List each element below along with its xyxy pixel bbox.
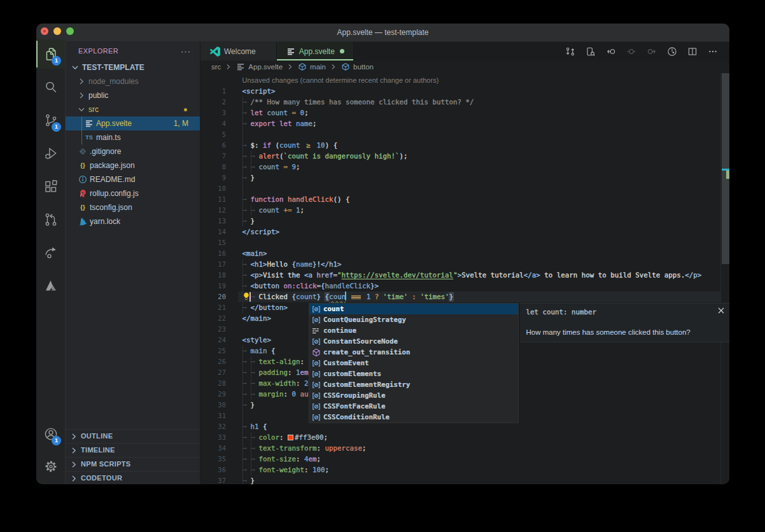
breadcrumb-item-main[interactable]: main (298, 62, 326, 71)
views-more-actions-icon[interactable]: ··· (181, 46, 191, 56)
triple-equals-ligature (350, 291, 363, 302)
close-icon[interactable] (717, 307, 725, 314)
line-number: 32 (200, 421, 226, 432)
suggestion-docs-panel: let count: number How many times has som… (519, 303, 730, 342)
code-line-17: 17⟶<h1>Hello {name}!</h1> (200, 259, 720, 270)
code-token: <main> (242, 249, 267, 258)
activity-bar-item-azure[interactable] (36, 271, 65, 300)
whitespace-tab-arrow: ⟶ (251, 454, 255, 465)
activity-bar-item-search[interactable] (36, 73, 65, 102)
git-compare-icon (565, 46, 575, 57)
code-token: Clicked (259, 293, 292, 301)
code-token: { (267, 347, 276, 355)
tree-item-App-svelte[interactable]: App.svelte1, M (66, 116, 200, 130)
whitespace-tab-arrow: ⟶ (251, 432, 255, 443)
sidebar-section-timeline[interactable]: TIMELINE (66, 443, 200, 457)
suggestion-CSSConditionRule[interactable]: CSSConditionRule (309, 412, 518, 423)
editor-action-file-history[interactable] (662, 42, 682, 60)
suggestion-CSSGroupingRule[interactable]: CSSGroupingRule (309, 390, 518, 401)
tree-item-tsconfig-json[interactable]: {}tsconfig.json (66, 200, 200, 214)
tree-item-README-md[interactable]: README.md (66, 172, 200, 186)
whitespace-tab-arrow: ⟶ (251, 205, 255, 216)
line-number: 13 (200, 216, 226, 227)
editor-action-open-changes[interactable] (560, 42, 580, 60)
tree-item-src[interactable]: src (66, 102, 200, 116)
code-token: : (279, 433, 288, 442)
color-swatch[interactable] (288, 435, 293, 440)
activity-bar-item-run-and-debug[interactable] (36, 139, 65, 168)
whitespace-tab-arrow: ⟶ (243, 216, 246, 227)
code-action-lightbulb-icon[interactable] (243, 292, 249, 301)
overview-modified-marker (726, 171, 729, 179)
editor-action-open-changes-with-working-file[interactable] (621, 42, 642, 60)
code-token: color (259, 433, 280, 442)
code-token: let (251, 109, 263, 117)
suggestion-CustomEvent[interactable]: CustomEvent (309, 358, 518, 368)
suggestion-continue[interactable]: continue (309, 325, 518, 336)
suggestion-count[interactable]: count (309, 304, 518, 314)
tab-welcome[interactable]: Welcome (200, 42, 277, 60)
line-number: 7 (200, 151, 226, 162)
more-actions-icon (708, 46, 718, 57)
activity-bar-item-github-pull-requests[interactable] (36, 205, 65, 234)
code-line-19: 19⟶<button on:click={handleClick}> (200, 281, 720, 291)
whitespace-tab-arrow: ⟶ (243, 454, 246, 465)
suggestion-ConstantSourceNode[interactable]: ConstantSourceNode (309, 336, 518, 347)
editor-action-open-previous-change[interactable] (601, 42, 621, 60)
explorer-sidebar: EXPLORER ··· TEST-TEMPLATEnode_modulespu… (66, 42, 200, 484)
suggestion-CountQueuingStrategy[interactable]: CountQueuingStrategy (309, 314, 518, 325)
editor-action-split-editor[interactable] (682, 42, 703, 60)
code-token: <style> (242, 336, 272, 344)
code-token: () { (333, 195, 350, 204)
code-line-11: 11⟶function handleClick() { (200, 194, 720, 205)
breadcrumb-item-app-svelte[interactable]: App.svelte (236, 62, 283, 71)
indent-guide (242, 183, 243, 194)
code-token: Visit the (263, 271, 304, 279)
whitespace-tab-arrow: ⟶ (243, 367, 246, 378)
tree-item-main-ts[interactable]: TSmain.ts (66, 130, 200, 144)
suggestion-CSSFontFaceRule[interactable]: CSSFontFaceRule (309, 401, 518, 412)
suggestion-create_out_transition[interactable]: create_out_transition (309, 347, 518, 358)
activity-bar-item-source-control[interactable]: 1 (36, 106, 65, 135)
line-number: 18 (200, 270, 226, 281)
activity-bar-item-live-share[interactable] (36, 238, 65, 267)
activity-bar-item-explorer[interactable]: 1 (36, 39, 65, 69)
tab-app-svelte[interactable]: App.svelte (277, 42, 354, 60)
chevron-down-icon (71, 63, 80, 72)
activity-bar-item-extensions[interactable] (36, 172, 65, 201)
line-number: 19 (200, 281, 226, 291)
code-token: </button> (251, 304, 288, 312)
tree-item-public[interactable]: public (66, 88, 200, 102)
tree-item--gitignore[interactable]: .gitignore (66, 144, 200, 158)
code-token: </script> (242, 228, 280, 236)
editor-action-search-commits[interactable] (580, 42, 601, 60)
title-bar[interactable]: App.svelte — test-template (36, 24, 729, 42)
tree-item-node-modules[interactable]: node_modules (66, 74, 200, 88)
whitespace-tab-arrow: ⟶ (251, 389, 255, 400)
editor-action-more-actions[interactable] (703, 42, 723, 60)
breadcrumb[interactable]: srcApp.sveltemainbutton (200, 60, 729, 73)
code-token: Svelte tutorial (461, 271, 524, 279)
activity-bar-item-accounts[interactable]: 1 (36, 419, 65, 449)
line-number: 29 (200, 389, 226, 400)
sidebar-section-outline[interactable]: OUTLINE (66, 429, 200, 443)
breadcrumb-item-button[interactable]: button (341, 62, 374, 71)
tree-root-test-template[interactable]: TEST-TEMPLATE (66, 60, 200, 74)
code-token: </a> (524, 271, 540, 279)
tree-item-yarn-lock[interactable]: yarn.lock (66, 214, 200, 228)
code-token: : (317, 444, 325, 452)
line-number: 33 (200, 432, 226, 443)
vertical-scrollbar[interactable] (720, 73, 729, 484)
whitespace-tab-arrow: ⟶ (243, 346, 246, 356)
sidebar-section-npm-scripts[interactable]: NPM SCRIPTS (66, 457, 200, 471)
editor-action-open-next-change[interactable] (642, 42, 662, 60)
activity-bar: 111 (36, 42, 66, 484)
suggestion-customElements[interactable]: customElements (309, 368, 518, 379)
tree-item-package-json[interactable]: {}package.json (66, 158, 200, 172)
activity-bar-item-settings[interactable] (36, 452, 65, 481)
sidebar-section-codetour[interactable]: CODETOUR (66, 471, 200, 484)
tree-item-rollup-config-js[interactable]: rollup.config.js (66, 186, 200, 200)
suggestion-CustomElementRegistry[interactable]: CustomElementRegistry (309, 379, 518, 390)
whitespace-tab-arrow: ⟶ (251, 465, 255, 475)
breadcrumb-item-src[interactable]: src (211, 63, 221, 71)
